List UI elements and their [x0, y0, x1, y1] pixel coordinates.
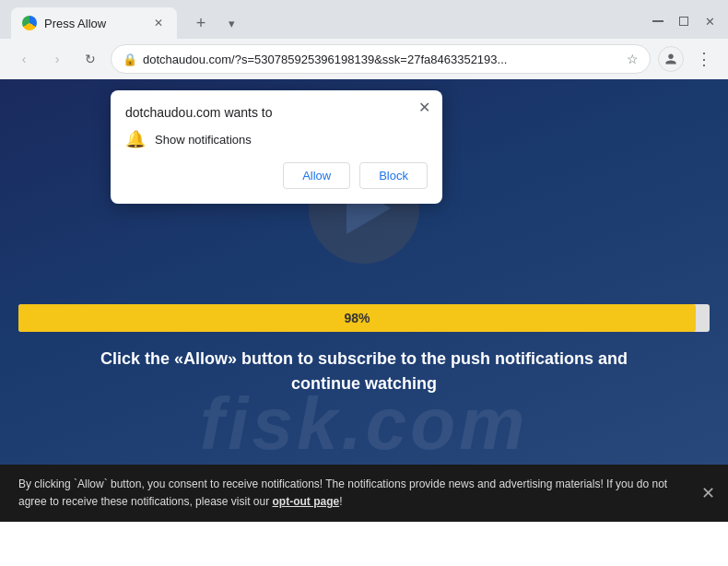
banner-text-after: !	[339, 495, 342, 508]
maximize-button[interactable]	[676, 14, 691, 29]
page-content: fisk.com ✕ dotchaudou.com wants to 🔔 Sho…	[0, 79, 728, 522]
browser-chrome: Press Allow ✕ + ▾ ✕ ‹ › ↻ 🔒 dotchaudou.c…	[0, 0, 728, 79]
url-display: dotchaudou.com/?s=530785925396198139&ssk…	[143, 53, 621, 66]
minimize-button[interactable]	[651, 14, 665, 29]
back-button[interactable]: ‹	[11, 46, 37, 72]
bookmark-icon[interactable]: ☆	[627, 52, 639, 66]
forward-button[interactable]: ›	[44, 46, 70, 72]
new-tab-button[interactable]: +	[188, 10, 214, 36]
permission-label: Show notifications	[155, 133, 252, 147]
lock-icon: 🔒	[123, 53, 137, 66]
browser-tab[interactable]: Press Allow ✕	[11, 7, 177, 39]
banner-text-before: By clicking `Allow` button, you consent …	[18, 478, 667, 508]
profile-button[interactable]	[658, 46, 684, 72]
close-button[interactable]: ✕	[702, 14, 717, 29]
block-button[interactable]: Block	[359, 162, 428, 189]
instruction-content: Click the «Allow» button to subscribe to…	[100, 349, 628, 393]
address-input[interactable]: 🔒 dotchaudou.com/?s=530785925396198139&s…	[111, 44, 651, 74]
allow-highlight: «Allow»	[174, 349, 237, 368]
bottom-banner: By clicking `Allow` button, you consent …	[0, 465, 728, 522]
progress-bar-container: 98%	[18, 304, 710, 332]
instruction-text: Click the «Allow» button to subscribe to…	[0, 347, 728, 396]
notification-popup: ✕ dotchaudou.com wants to 🔔 Show notific…	[111, 90, 442, 204]
bell-icon: 🔔	[125, 129, 146, 149]
tab-close-button[interactable]: ✕	[151, 16, 166, 30]
banner-close-button[interactable]: ✕	[701, 479, 715, 506]
permission-row: 🔔 Show notifications	[125, 129, 428, 149]
refresh-button[interactable]: ↻	[77, 46, 103, 72]
title-bar: Press Allow ✕ + ▾ ✕	[0, 0, 728, 39]
tab-title: Press Allow	[44, 17, 144, 30]
popup-close-button[interactable]: ✕	[415, 98, 433, 116]
menu-button[interactable]: ⋮	[691, 46, 717, 72]
progress-bar-fill: 98%	[18, 304, 696, 332]
tab-favicon	[22, 16, 37, 30]
tab-dropdown-button[interactable]: ▾	[229, 17, 235, 30]
popup-title: dotchaudou.com wants to	[125, 105, 428, 120]
allow-button[interactable]: Allow	[283, 162, 350, 189]
popup-buttons: Allow Block	[125, 162, 428, 189]
window-controls: ✕	[651, 14, 717, 32]
opt-out-link[interactable]: opt-out page	[272, 495, 339, 508]
progress-text: 98%	[344, 311, 370, 325]
address-bar: ‹ › ↻ 🔒 dotchaudou.com/?s=53078592539619…	[0, 39, 728, 79]
